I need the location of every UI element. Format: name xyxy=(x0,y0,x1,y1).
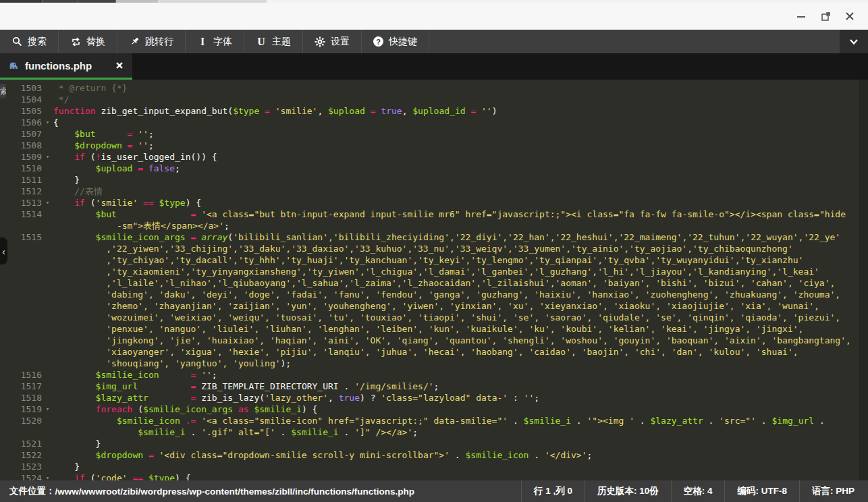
code-row[interactable]: 1513▾if ('smilie' == $type) { xyxy=(0,197,868,208)
status-language[interactable]: 语言: PHP xyxy=(799,480,867,502)
theme-icon: U xyxy=(256,36,267,47)
minimize-icon xyxy=(796,11,806,21)
maximize-button[interactable] xyxy=(815,7,836,25)
code-row[interactable]: 1519▾foreach ($smilie_icon_args as $smil… xyxy=(0,403,868,415)
code-row[interactable]: 1521} xyxy=(0,438,868,449)
code-row[interactable]: 1511} xyxy=(0,174,868,186)
code-row[interactable]: 1514$but = '<a class="but btn-input-expa… xyxy=(0,208,868,220)
fold-arrow-icon[interactable]: ▾ xyxy=(42,403,53,415)
status-encoding[interactable]: 编码: UTF-8 xyxy=(724,480,799,502)
code-line-text: function zib_get_input_expand_but($type … xyxy=(53,105,868,117)
toolbar-button-label: 替换 xyxy=(86,36,105,48)
line-number xyxy=(0,426,42,438)
code-row[interactable]: ,'ty_chiyao','ty_dacall','ty_hhh','ty_hu… xyxy=(0,254,868,266)
code-row[interactable]: 1515$smilie_icon_args = array('bilibili_… xyxy=(0,231,868,243)
code-row[interactable]: 'shouqiang', 'yangtuo', 'youling'); xyxy=(0,358,868,369)
code-row[interactable]: 1520$smilie_icon .= '<a class="smilie-ic… xyxy=(0,415,868,426)
code-line-text: $but = '<a class="but btn-input-expand i… xyxy=(53,208,868,220)
fold-gutter xyxy=(42,208,53,220)
code-row[interactable]: 1517$img_url = ZIB_TEMPLATE_DIRECTORY_UR… xyxy=(0,381,868,392)
code-row[interactable]: 'jingkong', 'jie', 'huaixiao', 'haqian',… xyxy=(0,335,868,346)
code-row[interactable]: 1507$but = ''; xyxy=(0,128,868,140)
code-row[interactable]: 1506▾{ xyxy=(0,117,868,128)
code-row[interactable]: 1516$smilie_icon = ''; xyxy=(0,369,868,381)
line-number xyxy=(0,266,42,277)
fold-arrow-icon[interactable]: ▾ xyxy=(42,151,53,163)
code-editor[interactable]: 1503* @return {*}1504*/1505function zib_… xyxy=(0,80,868,480)
code-line-text: } xyxy=(53,461,868,472)
editor-scrollbar[interactable] xyxy=(859,80,868,480)
code-row[interactable]: -sm">表情</span></a>'; xyxy=(0,220,868,231)
toolbar-button-font[interactable]: I 字体 xyxy=(186,30,244,53)
chevron-down-icon xyxy=(849,38,859,45)
code-row[interactable]: ,'22_yiwen','33_chijing','33_daku','33_d… xyxy=(0,243,868,254)
code-row[interactable]: 'penxue', 'nanguo', 'liulei', 'liuhan', … xyxy=(0,323,868,335)
code-line-text: 'xiaoyanger', 'xigua', 'hexie', 'pijiu',… xyxy=(53,346,868,358)
fold-gutter xyxy=(42,220,53,231)
toolbar-button-search[interactable]: 搜索 xyxy=(0,30,59,53)
code-rows[interactable]: 1503* @return {*}1504*/1505function zib_… xyxy=(0,80,868,480)
line-number: 1516 xyxy=(0,369,42,381)
fold-gutter xyxy=(42,346,53,358)
line-number: 1518 xyxy=(0,392,42,403)
code-line-text: $but = ''; xyxy=(53,128,868,140)
code-line-text: $lazy_attr = zib_is_lazy('lazy_other', t… xyxy=(53,392,868,403)
code-row[interactable]: 'xiaoyanger', 'xigua', 'hexie', 'pijiu',… xyxy=(0,346,868,358)
app-window: 搜索 替换 跳转行 I 字体 xyxy=(0,0,868,502)
code-row[interactable]: 1504*/ xyxy=(0,94,868,105)
font-icon: I xyxy=(197,36,208,47)
code-row[interactable]: 'zhemo', 'zhayanjian', 'zaijian', 'yun',… xyxy=(0,300,868,312)
fold-arrow-icon[interactable]: ▾ xyxy=(42,117,53,128)
status-spaces[interactable]: 空格: 4 xyxy=(671,480,725,502)
line-number: 1509 xyxy=(0,151,42,163)
tab-functions-php[interactable]: functions.php xyxy=(0,53,132,80)
code-row[interactable]: 1503* @return {*} xyxy=(0,82,868,94)
code-row[interactable]: ,'ty_xiaomieni','ty_yinyangxiansheng','t… xyxy=(0,266,868,277)
toolbar-button-hotkeys[interactable]: ? 快捷键 xyxy=(362,30,429,53)
line-number: 1523 xyxy=(0,461,42,472)
minimize-button[interactable] xyxy=(791,7,811,25)
line-number: 1519 xyxy=(0,403,42,415)
code-row[interactable]: 1508$dropdown = ''; xyxy=(0,140,868,151)
code-row[interactable]: 1505function zib_get_input_expand_but($t… xyxy=(0,105,868,117)
code-line-text: $dropdown = ''; xyxy=(53,140,868,151)
code-line-text: 'penxue', 'nanguo', 'liulei', 'liuhan', … xyxy=(53,323,868,335)
toolbar-button-settings[interactable]: 设置 xyxy=(303,30,362,53)
side-panel-peek-tab[interactable]: 索 xyxy=(0,84,6,99)
code-row[interactable]: 1510$upload = false; xyxy=(0,163,868,174)
panel-collapse-handle[interactable]: ‹ xyxy=(0,238,7,264)
close-window-button[interactable] xyxy=(840,7,860,25)
line-number: 1508 xyxy=(0,140,42,151)
code-row[interactable]: 1523} xyxy=(0,461,868,472)
code-row[interactable]: 1509▾if (!is_user_logged_in()) { xyxy=(0,151,868,163)
status-history-versions[interactable]: 历史版本: 10份 xyxy=(585,480,671,502)
fold-gutter xyxy=(42,231,53,243)
toolbar-button-replace[interactable]: 替换 xyxy=(59,30,117,53)
code-row[interactable]: 1522$dropdown = '<div class="dropdown-sm… xyxy=(0,449,868,461)
status-bar: 文件位置： /www/wwwroot/zibi/wordpress/wp-con… xyxy=(0,480,868,502)
line-number: 1503 xyxy=(0,82,42,94)
code-row[interactable]: 1524▾if ('code' == $type) { xyxy=(0,472,868,480)
code-row[interactable]: 'dabing', 'daku', 'deyi', 'doge', 'fadai… xyxy=(0,289,868,300)
maximize-icon xyxy=(821,11,831,22)
toolbar-button-goto-line[interactable]: 跳转行 xyxy=(117,30,186,53)
code-row[interactable]: 1518$lazy_attr = zib_is_lazy('lazy_other… xyxy=(0,392,868,403)
tab-close-icon[interactable] xyxy=(115,61,124,70)
code-row[interactable]: $smilie_i . '.gif" alt="[' . $smilie_i .… xyxy=(0,426,868,438)
code-line-text: -sm">表情</span></a>'; xyxy=(53,220,868,231)
line-number: 1513 xyxy=(0,197,42,208)
fold-arrow-icon[interactable]: ▾ xyxy=(42,472,53,480)
toolbar-button-theme[interactable]: U 主题 xyxy=(244,30,303,53)
toolbar-expand-button[interactable] xyxy=(840,30,868,53)
line-number: 1512 xyxy=(0,186,42,197)
code-row[interactable]: 'wozuimei', 'weixiao', 'weiqu', 'tuosai'… xyxy=(0,312,868,323)
toolbar-button-label: 快捷键 xyxy=(389,36,417,48)
php-file-icon xyxy=(8,60,19,71)
code-row[interactable]: 1512//表情 xyxy=(0,186,868,197)
window-titlebar xyxy=(0,3,868,30)
fold-gutter xyxy=(42,415,53,426)
fold-arrow-icon[interactable]: ▾ xyxy=(42,197,53,208)
status-line-col[interactable]: 行 1 ,列 0 xyxy=(521,480,585,502)
fold-gutter xyxy=(42,300,53,312)
code-row[interactable]: ,'l_laile','l_nihao','l_qiubaoyang','l_s… xyxy=(0,277,868,289)
